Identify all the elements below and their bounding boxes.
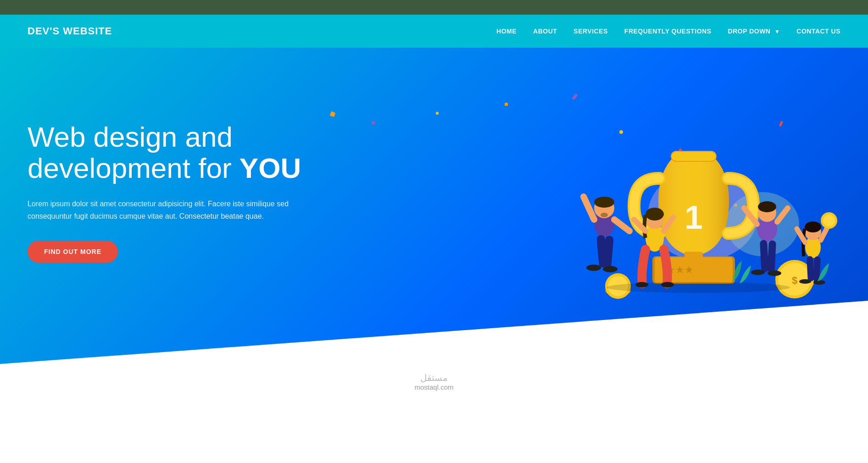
nav-link-about[interactable]: ABOUT (533, 28, 557, 35)
person2-leg-right (664, 249, 668, 284)
trophy-neck (684, 252, 703, 261)
watermark-latin: mostaql.com (8, 383, 860, 391)
find-out-more-button[interactable]: FIND OUT MORE (28, 241, 118, 263)
hero-description: Lorem ipsum dolor sit amet consectetur a… (28, 198, 326, 222)
nav-links: HOME ABOUT SERVICES FREQUENTLY QUESTIONS… (496, 27, 840, 35)
person1-shoe-right (603, 266, 618, 272)
hero-title: Web design and development for YOU (28, 121, 326, 184)
nav-item-services[interactable]: SERVICES (573, 27, 608, 35)
nav-link-services[interactable]: SERVICES (573, 28, 608, 35)
person4-leg-left (807, 256, 814, 281)
hero-content: Web design and development for YOU Lorem… (28, 121, 326, 263)
ground-shadow (606, 282, 790, 293)
person4-shoe-left (799, 279, 811, 284)
nav-item-home[interactable]: HOME (496, 27, 517, 35)
top-bar (0, 0, 868, 15)
person3-shoe-left (751, 270, 765, 275)
watermark-section: مستقل mostaql.com (0, 364, 868, 399)
watermark-arabic: مستقل (8, 372, 860, 383)
person1-arm-left (584, 197, 594, 220)
confetti-dot (372, 121, 375, 125)
person1-shoe-left (586, 265, 601, 271)
brand-logo[interactable]: DEV'S WEBSITE (28, 25, 112, 37)
hero-title-bold: YOU (239, 152, 301, 184)
nav-item-dropdown[interactable]: DROP DOWN ▼ (728, 27, 780, 35)
chevron-down-icon: ▼ (774, 28, 780, 35)
person2-leg-left (642, 249, 645, 284)
person1-arm-right (614, 220, 629, 231)
nav-link-contact[interactable]: CONTACT US (796, 28, 840, 35)
confetti-dot (436, 112, 439, 115)
trophy-rim-top-light (672, 152, 716, 161)
person3-shoe-right (768, 270, 781, 276)
nav-link-faq[interactable]: FREQUENTLY QUESTIONS (624, 28, 712, 35)
held-coin-inner (823, 215, 835, 226)
leaf1 (740, 265, 751, 284)
hero-title-line2: development for YOU (28, 152, 301, 184)
person1-beard (601, 213, 608, 217)
nav-item-about[interactable]: ABOUT (533, 27, 557, 35)
nav-item-contact[interactable]: CONTACT US (796, 27, 840, 35)
hero-illustration: ★★★ 1 (510, 48, 868, 364)
person2-hair (645, 208, 664, 220)
nav-link-dropdown[interactable]: DROP DOWN ▼ (728, 28, 780, 35)
person3-hair (758, 201, 776, 212)
hero-section: Web design and development for YOU Lorem… (0, 48, 868, 364)
hero-title-line1: Web design and (28, 121, 233, 153)
trophy-number: 1 (684, 199, 703, 236)
nav-link-home[interactable]: HOME (496, 28, 517, 35)
person4-hair-top (805, 221, 821, 232)
trophy-svg: ★★★ 1 (524, 73, 854, 339)
nav-item-faq[interactable]: FREQUENTLY QUESTIONS (624, 27, 712, 35)
confetti-dot (505, 103, 508, 106)
person1-hair (594, 197, 614, 208)
confetti-dot (330, 111, 336, 117)
person4-shoe-right (813, 280, 825, 285)
coin-symbol: $ (792, 275, 797, 286)
navbar: DEV'S WEBSITE HOME ABOUT SERVICES FREQUE… (0, 15, 868, 48)
